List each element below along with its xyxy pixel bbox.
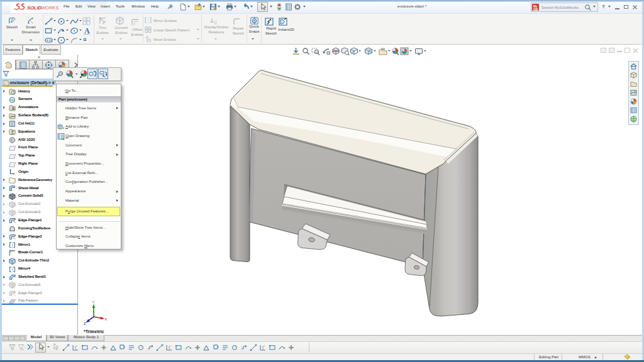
svg-text:SOLID: SOLID — [27, 5, 42, 11]
svg-text:X: X — [105, 317, 108, 321]
svg-text:A: A — [11, 106, 14, 111]
svg-text:A: A — [84, 26, 90, 35]
svg-text:Y: Y — [92, 300, 95, 304]
svg-text:WORKS: WORKS — [41, 5, 58, 11]
svg-text:Z: Z — [84, 322, 86, 326]
